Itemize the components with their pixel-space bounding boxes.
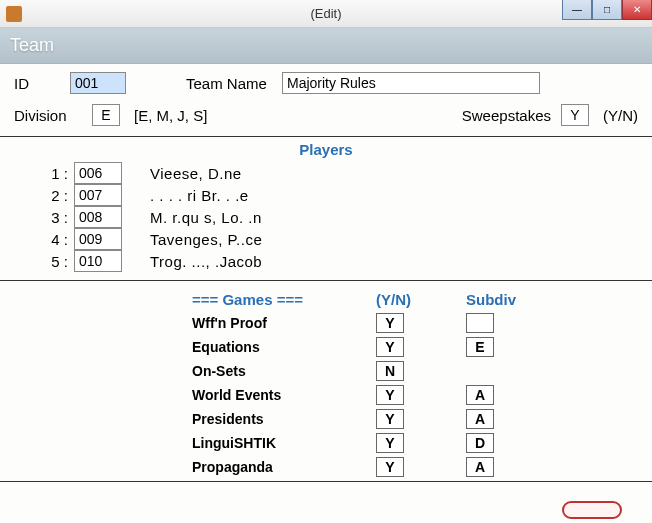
players-heading: Players	[0, 137, 652, 162]
maximize-button[interactable]: □	[592, 0, 622, 20]
banner-title: Team	[0, 28, 652, 64]
game-yn-input[interactable]: N	[376, 361, 404, 381]
player-name: Trog. ..., .Jacob	[150, 253, 262, 270]
player-name: Vieese, D.ne	[150, 165, 242, 182]
game-label: On-Sets	[192, 359, 376, 383]
teamname-label: Team Name	[186, 75, 282, 92]
player-index: 3 :	[14, 209, 74, 226]
teamname-input[interactable]	[282, 72, 540, 94]
player-row: 5 : Trog. ..., .Jacob	[14, 250, 638, 272]
game-label: LinguiSHTIK	[192, 431, 376, 455]
id-label: ID	[14, 75, 70, 92]
game-yn-input[interactable]: Y	[376, 457, 404, 477]
game-label: Presidents	[192, 407, 376, 431]
player-row: 1 : Vieese, D.ne	[14, 162, 638, 184]
game-subdiv-input[interactable]: D	[466, 433, 494, 453]
window-controls: — □ ✕	[562, 0, 652, 20]
sweepstakes-label: Sweepstakes	[462, 107, 551, 124]
game-label: World Events	[192, 383, 376, 407]
game-label: Equations	[192, 335, 376, 359]
titlebar: (Edit) — □ ✕	[0, 0, 652, 28]
window-title: (Edit)	[0, 6, 652, 21]
player-id-input[interactable]	[74, 206, 122, 228]
division-input[interactable]	[92, 104, 120, 126]
player-row: 2 : . . . . ri Br. . .e	[14, 184, 638, 206]
id-input[interactable]	[70, 72, 126, 94]
game-subdiv-input[interactable]: A	[466, 409, 494, 429]
player-row: 4 : Tavenges, P..ce	[14, 228, 638, 250]
game-yn-input[interactable]: Y	[376, 313, 404, 333]
game-yn-input[interactable]: Y	[376, 433, 404, 453]
player-name: . . . . ri Br. . .e	[150, 187, 249, 204]
player-id-input[interactable]	[74, 250, 122, 272]
player-name: Tavenges, P..ce	[150, 231, 262, 248]
player-row: 3 : M. r.qu s, Lo. .n	[14, 206, 638, 228]
game-yn-input[interactable]: Y	[376, 385, 404, 405]
games-heading: === Games ===	[192, 287, 376, 311]
game-subdiv-input[interactable]: A	[466, 385, 494, 405]
division-label: Division	[14, 107, 92, 124]
game-label: Wff'n Proof	[192, 311, 376, 335]
sweepstakes-input[interactable]	[561, 104, 589, 126]
game-label: Propaganda	[192, 455, 376, 479]
player-id-input[interactable]	[74, 162, 122, 184]
player-name: M. r.qu s, Lo. .n	[150, 209, 262, 226]
yn-heading: (Y/N)	[376, 287, 466, 311]
subdiv-heading: Subdiv	[466, 287, 546, 311]
game-subdiv-input[interactable]: E	[466, 337, 494, 357]
player-index: 2 :	[14, 187, 74, 204]
player-id-input[interactable]	[74, 228, 122, 250]
footer-button[interactable]	[562, 501, 622, 519]
game-subdiv-input[interactable]: A	[466, 457, 494, 477]
player-id-input[interactable]	[74, 184, 122, 206]
player-index: 1 :	[14, 165, 74, 182]
division-hint: [E, M, J, S]	[134, 107, 207, 124]
close-button[interactable]: ✕	[622, 0, 652, 20]
minimize-button[interactable]: —	[562, 0, 592, 20]
sweepstakes-hint: (Y/N)	[603, 107, 638, 124]
game-subdiv-input[interactable]	[466, 313, 494, 333]
game-yn-input[interactable]: Y	[376, 337, 404, 357]
game-yn-input[interactable]: Y	[376, 409, 404, 429]
player-index: 5 :	[14, 253, 74, 270]
player-index: 4 :	[14, 231, 74, 248]
